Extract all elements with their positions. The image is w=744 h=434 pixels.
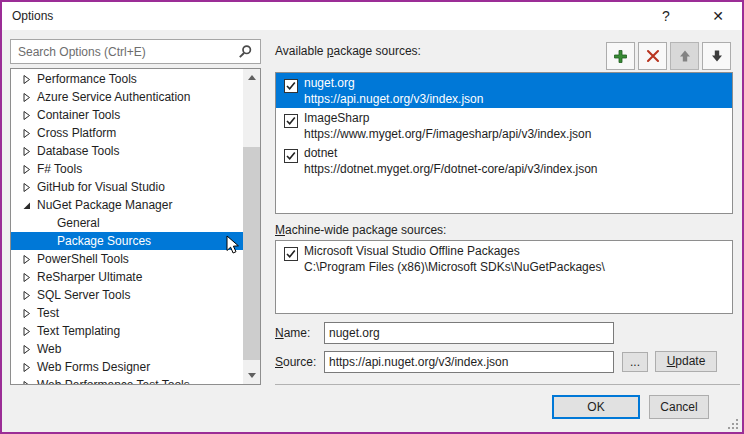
options-dialog: Options ? ✕ Performance Tools Azure Serv… (0, 0, 744, 434)
tree-item-label: Cross Platform (37, 126, 116, 140)
expander-collapsed-icon[interactable] (20, 127, 33, 140)
expander-collapsed-icon[interactable] (20, 145, 33, 158)
sidebar-item-web-forms-designer[interactable]: Web Forms Designer (11, 358, 243, 376)
name-label: Name: (275, 326, 310, 340)
source-row-imagesharp[interactable]: ImageSharp https://www.myget.org/F/image… (276, 108, 732, 143)
close-button[interactable]: ✕ (698, 2, 738, 30)
available-sources-label: Available package sources: (275, 44, 421, 58)
move-down-button[interactable] (702, 42, 731, 70)
expander-collapsed-icon[interactable] (20, 289, 33, 302)
checkbox-checked[interactable] (284, 114, 298, 128)
search-box (10, 39, 261, 64)
expander-collapsed-icon[interactable] (20, 91, 33, 104)
help-button[interactable]: ? (646, 2, 686, 30)
source-field[interactable] (324, 351, 614, 373)
add-source-button[interactable] (606, 42, 635, 70)
source-url: https://api.nuget.org/v3/index.json (304, 92, 483, 106)
scroll-down-icon[interactable] (243, 367, 260, 384)
source-name: dotnet (304, 146, 337, 160)
source-row-vs-offline-packages[interactable]: Microsoft Visual Studio Offline Packages… (276, 241, 732, 276)
tree-scrollbar[interactable] (243, 69, 260, 384)
sidebar-item-database-tools[interactable]: Database Tools (11, 142, 243, 160)
resize-grip-icon[interactable] (727, 418, 739, 430)
source-row-dotnet[interactable]: dotnet https://dotnet.myget.org/F/dotnet… (276, 143, 732, 178)
expander-collapsed-icon[interactable] (20, 307, 33, 320)
help-icon: ? (662, 8, 670, 24)
source-name: Microsoft Visual Studio Offline Packages (304, 244, 520, 258)
machine-wide-sources-label: Machine-wide package sources: (275, 223, 446, 237)
sidebar-item-performance-tools[interactable]: Performance Tools (11, 70, 243, 88)
tree-item-label: Web Performance Test Tools (37, 378, 190, 385)
machine-wide-sources-list: Microsoft Visual Studio Offline Packages… (275, 240, 733, 314)
checkbox-checked[interactable] (284, 247, 298, 261)
expander-collapsed-icon[interactable] (20, 73, 33, 86)
arrow-up-icon (677, 48, 693, 64)
expander-collapsed-icon[interactable] (20, 109, 33, 122)
expander-collapsed-icon[interactable] (20, 271, 33, 284)
remove-source-button[interactable] (638, 42, 667, 70)
update-button[interactable]: Update (655, 351, 717, 372)
expander-collapsed-icon[interactable] (20, 361, 33, 374)
tree-item-label: Web (37, 342, 61, 356)
tree-item-label: Text Templating (37, 324, 120, 338)
move-up-button[interactable] (670, 42, 699, 70)
sidebar-item-web-performance-test-tools[interactable]: Web Performance Test Tools (11, 376, 243, 385)
sidebar-item-fsharp-tools[interactable]: F# Tools (11, 160, 243, 178)
tree-item-label: Container Tools (37, 108, 120, 122)
sidebar-item-sql-server-tools[interactable]: SQL Server Tools (11, 286, 243, 304)
tree-item-label: PowerShell Tools (37, 252, 129, 266)
tree-item-label: GitHub for Visual Studio (37, 180, 165, 194)
scroll-up-icon[interactable] (243, 69, 260, 86)
scrollbar-thumb[interactable] (243, 147, 260, 360)
options-tree: Performance Tools Azure Service Authenti… (10, 68, 261, 385)
expander-collapsed-icon[interactable] (20, 163, 33, 176)
tree-item-label: SQL Server Tools (37, 288, 130, 302)
browse-button[interactable]: ... (622, 352, 648, 372)
expander-expanded-icon[interactable] (20, 199, 33, 212)
sidebar-item-text-templating[interactable]: Text Templating (11, 322, 243, 340)
footer-separator (275, 384, 740, 385)
tree-item-label: General (57, 216, 100, 230)
expander-collapsed-icon[interactable] (20, 343, 33, 356)
checkbox-checked[interactable] (284, 79, 298, 93)
tree-item-label: ReSharper Ultimate (37, 270, 142, 284)
source-url: https://www.myget.org/F/imagesharp/api/v… (304, 127, 591, 141)
tree-item-label: Web Forms Designer (37, 360, 150, 374)
sidebar-item-test[interactable]: Test (11, 304, 243, 322)
search-icon[interactable] (238, 44, 253, 59)
sidebar-item-github-for-visual-studio[interactable]: GitHub for Visual Studio (11, 178, 243, 196)
checkbox-checked[interactable] (284, 149, 298, 163)
tree-item-label: F# Tools (37, 162, 82, 176)
source-row-nuget-org[interactable]: nuget.org https://api.nuget.org/v3/index… (276, 73, 732, 108)
tree-item-label: Azure Service Authentication (37, 90, 190, 104)
plus-icon (612, 48, 629, 65)
sidebar-item-azure-service-authentication[interactable]: Azure Service Authentication (11, 88, 243, 106)
source-url: C:\Program Files (x86)\Microsoft SDKs\Nu… (304, 260, 605, 274)
sidebar-item-nuget-package-manager[interactable]: NuGet Package Manager (11, 196, 243, 214)
tree-item-label: Package Sources (57, 234, 151, 248)
expander-collapsed-icon[interactable] (20, 181, 33, 194)
tree-item-label: Database Tools (37, 144, 120, 158)
name-field[interactable] (324, 322, 614, 344)
sidebar-item-resharper-ultimate[interactable]: ReSharper Ultimate (11, 268, 243, 286)
expander-collapsed-icon[interactable] (20, 253, 33, 266)
mouse-cursor-icon (226, 235, 240, 255)
sidebar-item-web[interactable]: Web (11, 340, 243, 358)
sidebar-item-powershell-tools[interactable]: PowerShell Tools (11, 250, 243, 268)
search-input[interactable] (11, 40, 237, 63)
titlebar[interactable]: Options ? ✕ (2, 2, 742, 30)
sidebar-item-container-tools[interactable]: Container Tools (11, 106, 243, 124)
arrow-down-icon (709, 48, 725, 64)
sidebar-item-package-sources[interactable]: Package Sources (11, 232, 243, 250)
available-sources-list: nuget.org https://api.nuget.org/v3/index… (275, 72, 733, 214)
sidebar-item-general[interactable]: General (11, 214, 243, 232)
expander-collapsed-icon[interactable] (20, 325, 33, 338)
cancel-button[interactable]: Cancel (649, 395, 709, 419)
expander-collapsed-icon[interactable] (20, 379, 33, 386)
close-icon: ✕ (712, 8, 724, 24)
sidebar-item-cross-platform[interactable]: Cross Platform (11, 124, 243, 142)
delete-icon (645, 48, 661, 64)
window-title: Options (12, 2, 53, 30)
tree-items: Performance Tools Azure Service Authenti… (11, 70, 243, 385)
ok-button[interactable]: OK (552, 395, 640, 419)
